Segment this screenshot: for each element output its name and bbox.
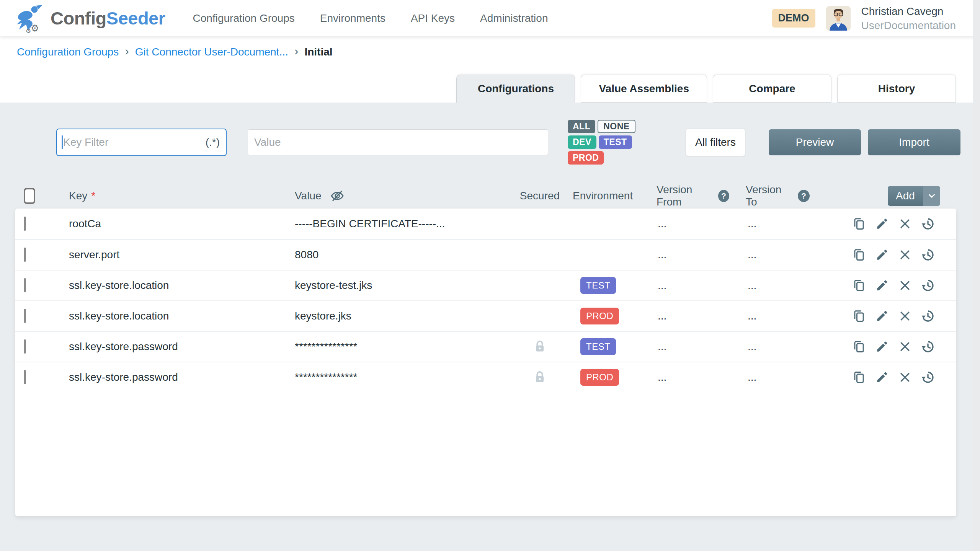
copy-icon[interactable] bbox=[852, 339, 866, 354]
copy-icon[interactable] bbox=[852, 217, 866, 231]
delete-icon[interactable] bbox=[898, 339, 912, 354]
user-name: Christian Cavegn bbox=[861, 4, 956, 18]
app-logo[interactable]: ⚙ ⚙ ConfigSeeder bbox=[15, 3, 165, 33]
column-version-from[interactable]: Version From ? bbox=[639, 184, 729, 208]
history-icon[interactable] bbox=[921, 278, 935, 293]
row-checkbox[interactable] bbox=[24, 370, 26, 384]
delete-icon[interactable] bbox=[898, 248, 912, 262]
row-checkbox[interactable] bbox=[24, 217, 26, 231]
help-icon[interactable]: ? bbox=[798, 190, 810, 202]
environment-badge: TEST bbox=[580, 338, 616, 355]
row-version-from[interactable]: ... bbox=[639, 249, 729, 261]
row-value: keystore-test.jks bbox=[295, 279, 513, 292]
row-version-from[interactable]: ... bbox=[639, 279, 729, 292]
row-key: ssl.key-store.password bbox=[69, 341, 295, 353]
all-filters-button[interactable]: All filters bbox=[686, 129, 745, 156]
tab-compare[interactable]: Compare bbox=[713, 75, 831, 103]
edit-icon[interactable] bbox=[875, 370, 889, 385]
row-version-to[interactable]: ... bbox=[729, 341, 810, 353]
value-filter-input[interactable] bbox=[248, 129, 548, 155]
page-scrollbar[interactable] bbox=[973, 0, 980, 551]
table-row[interactable]: ssl.key-store.location keystore-test.jks… bbox=[15, 270, 956, 300]
configurations-table: rootCa -----BEGIN CERTIFICATE-----... ..… bbox=[15, 209, 956, 516]
tab-history[interactable]: History bbox=[837, 75, 956, 103]
table-row[interactable]: ssl.key-store.location keystore.jks PROD… bbox=[15, 300, 956, 331]
user-avatar[interactable] bbox=[826, 6, 851, 31]
env-chip-test[interactable]: TEST bbox=[599, 135, 632, 149]
nav-item-api-keys[interactable]: API Keys bbox=[411, 12, 455, 24]
edit-icon[interactable] bbox=[875, 217, 889, 231]
copy-icon[interactable] bbox=[852, 248, 866, 262]
row-value: *************** bbox=[295, 371, 513, 383]
history-icon[interactable] bbox=[921, 217, 935, 231]
table-row[interactable]: ssl.key-store.password *************** T… bbox=[15, 331, 956, 362]
table-row[interactable]: rootCa -----BEGIN CERTIFICATE-----... ..… bbox=[15, 209, 956, 239]
nav-item-environments[interactable]: Environments bbox=[320, 12, 385, 24]
user-info[interactable]: Christian Cavegn UserDocumentation bbox=[861, 4, 956, 33]
help-icon[interactable]: ? bbox=[718, 190, 729, 202]
row-version-to[interactable]: ... bbox=[729, 371, 810, 383]
chevron-down-icon[interactable] bbox=[923, 186, 940, 206]
copy-icon[interactable] bbox=[852, 309, 866, 323]
breadcrumb-configuration-group[interactable]: Git Connector User-Document... bbox=[135, 46, 288, 58]
delete-icon[interactable] bbox=[898, 278, 912, 293]
text-caret bbox=[62, 135, 63, 149]
add-button[interactable]: Add bbox=[888, 186, 940, 206]
key-filter-input[interactable] bbox=[56, 129, 227, 156]
edit-icon[interactable] bbox=[875, 278, 889, 293]
nav-item-administration[interactable]: Administration bbox=[480, 12, 548, 24]
select-all-checkbox[interactable] bbox=[24, 188, 35, 204]
tab-configurations[interactable]: Configurations bbox=[456, 75, 575, 103]
delete-icon[interactable] bbox=[898, 370, 912, 385]
env-chip-prod[interactable]: PROD bbox=[568, 151, 604, 165]
breadcrumb-current: Initial bbox=[304, 46, 332, 58]
table-row[interactable]: server.port 8080 ... ... bbox=[15, 239, 956, 270]
row-version-to[interactable]: ... bbox=[729, 310, 810, 322]
delete-icon[interactable] bbox=[898, 217, 912, 231]
row-version-from[interactable]: ... bbox=[639, 310, 729, 322]
breadcrumb-configuration-groups[interactable]: Configuration Groups bbox=[17, 46, 119, 58]
preview-button[interactable]: Preview bbox=[769, 129, 861, 155]
edit-icon[interactable] bbox=[875, 309, 889, 323]
regex-suffix: (.*) bbox=[206, 136, 220, 148]
import-button[interactable]: Import bbox=[868, 129, 960, 155]
row-checkbox[interactable] bbox=[24, 248, 26, 262]
row-version-to[interactable]: ... bbox=[729, 218, 810, 230]
row-checkbox[interactable] bbox=[24, 309, 26, 323]
tab-value-assemblies[interactable]: Value Assemblies bbox=[581, 75, 707, 103]
row-checkbox[interactable] bbox=[24, 339, 26, 354]
row-version-from[interactable]: ... bbox=[639, 341, 729, 353]
column-version-to[interactable]: Version To ? bbox=[729, 184, 810, 208]
eye-slash-icon[interactable] bbox=[330, 189, 345, 203]
row-version-to[interactable]: ... bbox=[729, 279, 810, 292]
history-icon[interactable] bbox=[921, 309, 935, 323]
row-checkbox[interactable] bbox=[24, 278, 26, 292]
row-version-to[interactable]: ... bbox=[729, 249, 810, 261]
row-version-from[interactable]: ... bbox=[639, 218, 729, 230]
nav-item-configuration-groups[interactable]: Configuration Groups bbox=[193, 12, 295, 24]
history-icon[interactable] bbox=[921, 248, 935, 262]
edit-icon[interactable] bbox=[875, 339, 889, 354]
row-key: ssl.key-store.password bbox=[69, 371, 295, 383]
history-icon[interactable] bbox=[921, 339, 935, 354]
column-key[interactable]: Key* bbox=[69, 190, 295, 202]
table-row[interactable]: ssl.key-store.password *************** P… bbox=[15, 362, 956, 392]
copy-icon[interactable] bbox=[852, 370, 866, 385]
history-icon[interactable] bbox=[921, 370, 935, 385]
delete-icon[interactable] bbox=[898, 309, 912, 323]
column-environment[interactable]: Environment bbox=[567, 190, 639, 202]
column-value[interactable]: Value bbox=[295, 189, 513, 203]
env-chip-none[interactable]: NONE bbox=[598, 120, 635, 133]
add-button-label[interactable]: Add bbox=[888, 186, 923, 206]
row-value: *************** bbox=[295, 341, 513, 353]
copy-icon[interactable] bbox=[852, 278, 866, 293]
lock-icon bbox=[532, 370, 547, 385]
edit-icon[interactable] bbox=[875, 248, 889, 262]
row-key: server.port bbox=[69, 249, 295, 261]
env-chip-dev[interactable]: DEV bbox=[568, 135, 596, 149]
column-secured[interactable]: Secured bbox=[513, 190, 567, 202]
env-chip-all[interactable]: ALL bbox=[568, 120, 595, 133]
lock-icon bbox=[532, 339, 547, 354]
required-asterisk: * bbox=[91, 190, 95, 202]
row-version-from[interactable]: ... bbox=[639, 371, 729, 383]
